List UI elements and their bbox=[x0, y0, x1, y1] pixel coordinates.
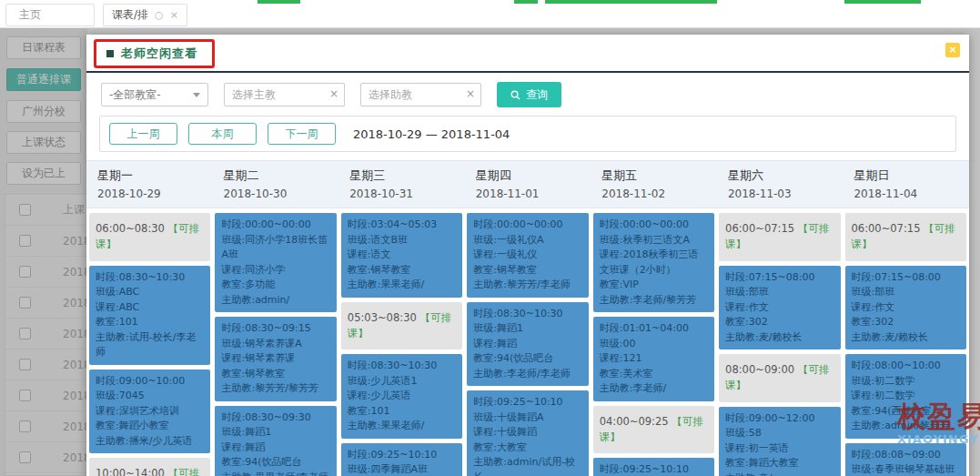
lesson-card-line: 班级:春季班钢琴基础班 bbox=[852, 462, 960, 476]
lesson-card[interactable]: 时段:08:30~10:30班级:ABC课程:ABC教室:101主助教:试用-校… bbox=[89, 266, 210, 365]
free-slot-time: 05:03~08:30 bbox=[348, 311, 420, 324]
modal-close-button[interactable]: × bbox=[945, 43, 960, 57]
lesson-card[interactable]: 时段:07:15~08:00班级:部班课程:作文教室:302主助教:麦/赖校长 bbox=[845, 266, 966, 350]
day-name: 星期四 bbox=[476, 167, 591, 184]
day-name: 星期一 bbox=[97, 167, 213, 184]
day-name: 星期六 bbox=[728, 167, 844, 184]
lesson-card-line: 班级:部班 bbox=[852, 285, 960, 300]
filter-bar: -全部教室- × × 查询 bbox=[86, 73, 969, 107]
free-slot-card[interactable]: 04:00~09:25 【可排课】 bbox=[593, 406, 714, 454]
day-date: 2018-10-29 bbox=[97, 187, 213, 200]
lesson-card-line: 时段:08:30~10:30 bbox=[96, 270, 204, 286]
assistant-input[interactable] bbox=[360, 83, 481, 106]
toolbar-fragment bbox=[258, 0, 300, 4]
lesson-card-line: 时段:09:25~10:10 bbox=[473, 395, 581, 410]
day-column-2: 时段:00:00~00:00班级:同济小学18班长笛A班课程:同济小学教室:多功… bbox=[215, 213, 336, 476]
lesson-card[interactable]: 时段:08:30~09:30班级:舞蹈1课程:舞蹈教室:94(饮品吧台主助教:果… bbox=[215, 406, 336, 476]
lesson-card[interactable]: 时段:09:25~10:10班级:四季舞蹈A班课程:四级舞蹈教室:120主助教:… bbox=[341, 443, 462, 476]
lesson-card-line: 时段:08:00~10:00 bbox=[852, 359, 960, 374]
lesson-card[interactable]: 时段:07:15~08:00班级:部班课程:作文教室:302主助教:麦/赖校长 bbox=[719, 266, 840, 350]
lesson-card-line: 时段:08:30~10:30 bbox=[348, 359, 456, 374]
lesson-card-line: 主助教:李老师/李老师 bbox=[473, 367, 581, 382]
lesson-card[interactable]: 时段:09:25~10:10班级:20180920郑州面授班课程:AFP面授教室… bbox=[593, 458, 714, 476]
search-button-label: 查询 bbox=[526, 87, 548, 103]
day-column-1: 06:00~08:30 【可排课】时段:08:30~10:30班级:ABC课程:… bbox=[89, 213, 210, 476]
lesson-card-line: 课程:舞蹈 bbox=[221, 441, 329, 456]
clear-icon[interactable]: × bbox=[329, 87, 338, 102]
lesson-card-line: 课程:钢琴素养课 bbox=[221, 351, 329, 367]
lesson-card[interactable]: 时段:09:25~10:10班级:十级舞蹈A课程:十级舞蹈教室:大教室主助教:a… bbox=[467, 390, 588, 476]
lesson-card[interactable]: 时段:03:04~05:03班级:语文B班课程:语文教室:钢琴教室主助教:果果老… bbox=[341, 213, 462, 298]
lesson-card-line: 班级:部班 bbox=[725, 285, 834, 300]
lesson-card-line: 教室:94(饮品吧台 bbox=[473, 351, 581, 367]
free-slot-time: 06:00~07:15 bbox=[725, 222, 798, 235]
modal-header: 老师空闲查看 bbox=[86, 35, 969, 71]
lesson-card-line: 班级:7045 bbox=[96, 389, 204, 404]
lesson-card[interactable]: 时段:09:00~12:00班级:58课程:初一英语教室:舞蹈大教室主助教:童/ bbox=[719, 407, 840, 476]
lesson-card-line: 教室:大教室 bbox=[473, 441, 581, 456]
free-slot-card[interactable]: 05:03~08:30 【可排课】 bbox=[341, 302, 462, 350]
top-tab-bar: 主页 课表/排 ○ × bbox=[0, 0, 980, 28]
lesson-card-line: 班级:十级舞蹈A bbox=[473, 410, 581, 426]
free-slot-time: 10:00~14:00 bbox=[96, 467, 168, 476]
lesson-card-line: 时段:08:30~09:30 bbox=[221, 410, 329, 426]
day-header-3: 星期三2018-10-31 bbox=[338, 161, 465, 208]
lesson-card-line: 教室:钢琴教室 bbox=[473, 263, 581, 279]
lesson-card[interactable]: 时段:08:30~10:30班级:少儿英语1课程:少儿英语教室:101主助教:果… bbox=[341, 354, 462, 439]
day-column-3: 时段:03:04~05:03班级:语文B班课程:语文教室:钢琴教室主助教:果果老… bbox=[341, 213, 462, 476]
current-week-button[interactable]: 本周 bbox=[188, 123, 257, 145]
teacher-free-time-modal: × 老师空闲查看 -全部教室- × × 查询 上一周 本周 bbox=[86, 35, 969, 476]
lesson-card-line: 时段:08:30~10:30 bbox=[473, 307, 581, 322]
tab-home[interactable]: 主页 bbox=[5, 4, 95, 26]
tab-schedule[interactable]: 课表/排 ○ × bbox=[103, 4, 187, 26]
tab-home-label: 主页 bbox=[19, 7, 41, 23]
lesson-card-line: 主助教:果果老师/ bbox=[348, 419, 456, 434]
clear-icon[interactable]: × bbox=[466, 87, 475, 102]
prev-week-button[interactable]: 上一周 bbox=[109, 123, 177, 145]
lesson-card-line: 班级:同济小学18班长笛A班 bbox=[221, 233, 329, 263]
lesson-card[interactable]: 时段:09:00~10:00班级:7045课程:深圳艺术培训教室:舞蹈小教室主助… bbox=[89, 370, 210, 454]
refresh-icon[interactable]: ○ bbox=[155, 10, 164, 20]
calendar-grid: 06:00~08:30 【可排课】时段:08:30~10:30班级:ABC课程:… bbox=[86, 208, 969, 476]
lesson-card[interactable]: 时段:00:00~00:00班级:同济小学18班长笛A班课程:同济小学教室:多功… bbox=[215, 213, 336, 312]
lesson-card-line: 时段:09:25~10:10 bbox=[600, 462, 708, 476]
lesson-card-line: 班级:初二数学 bbox=[852, 374, 960, 390]
lesson-card[interactable]: 时段:00:00~00:00班级:秋季初三语文A课程:2018秋季初三语文班课（… bbox=[593, 213, 714, 312]
next-week-button[interactable]: 下一周 bbox=[268, 123, 336, 145]
lesson-card[interactable]: 时段:08:30~09:15班级:钢琴素养课A课程:钢琴素养课教室:钢琴教室主助… bbox=[215, 317, 336, 401]
day-header-row: 星期一2018-10-29星期二2018-10-30星期三2018-10-31星… bbox=[86, 160, 969, 208]
free-slot-card[interactable]: 10:00~14:00 【可排课】 bbox=[89, 458, 210, 476]
day-header-6: 星期六2018-11-03 bbox=[717, 161, 844, 208]
toolbar-fragment bbox=[514, 0, 538, 4]
free-slot-card[interactable]: 06:00~07:15 【可排课】 bbox=[845, 213, 966, 261]
lesson-card[interactable]: 时段:08:30~10:30班级:舞蹈1课程:舞蹈教室:94(饮品吧台主助教:李… bbox=[467, 302, 588, 387]
search-button[interactable]: 查询 bbox=[497, 82, 561, 107]
lesson-card[interactable]: 时段:08:08~09:00班级:春季班钢琴基础班课程:钢琴基础班教室:陶艺室主… bbox=[845, 443, 966, 476]
lesson-card-line: 教室:302 bbox=[852, 315, 960, 330]
day-date: 2018-11-01 bbox=[476, 187, 591, 200]
lesson-card-line: 时段:01:01~04:00 bbox=[600, 321, 708, 337]
free-slot-card[interactable]: 06:00~08:30 【可排课】 bbox=[89, 213, 210, 261]
lesson-card-line: 课程:作文 bbox=[725, 300, 834, 316]
lesson-card[interactable]: 时段:08:00~10:00班级:初二数学课程:初二数学教室:94(西餐教室主助… bbox=[845, 354, 966, 439]
week-date-range: 2018-10-29 — 2018-11-04 bbox=[353, 127, 510, 141]
lesson-card-line: 班级:四季舞蹈A班 bbox=[348, 462, 456, 476]
day-date: 2018-10-31 bbox=[349, 187, 465, 200]
free-slot-card[interactable]: 06:00~07:15 【可排课】 bbox=[719, 213, 840, 261]
lesson-card-line: 班级:舞蹈1 bbox=[473, 321, 581, 337]
main-teacher-input[interactable] bbox=[224, 83, 345, 106]
free-slot-time: 06:00~07:15 bbox=[852, 222, 924, 235]
classroom-select[interactable]: -全部教室- bbox=[101, 83, 208, 106]
day-column-4: 时段:00:00~00:00班级:一级礼仪A课程:一级礼仪教室:钢琴教室主助教:… bbox=[467, 213, 588, 476]
lesson-card-line: 时段:00:00~00:00 bbox=[600, 218, 708, 233]
lesson-card-line: 教室:舞蹈小教室 bbox=[96, 419, 204, 434]
lesson-card[interactable]: 时段:01:01~04:00班级:00课程:121教室:美术室主助教:李老师/ bbox=[593, 317, 714, 401]
close-tab-icon[interactable]: × bbox=[170, 10, 178, 20]
lesson-card-line: 主助教:李老师/黎芳芳 bbox=[600, 293, 708, 309]
day-date: 2018-10-30 bbox=[224, 187, 339, 200]
lesson-card[interactable]: 时段:00:00~00:00班级:一级礼仪A课程:一级礼仪教室:钢琴教室主助教:… bbox=[467, 213, 588, 298]
main-teacher-field-wrap: × bbox=[224, 83, 345, 106]
day-name: 星期日 bbox=[854, 167, 969, 184]
free-slot-card[interactable]: 08:00~09:00 【可排课】 bbox=[719, 354, 840, 402]
lesson-card-line: 时段:08:08~09:00 bbox=[852, 448, 960, 463]
